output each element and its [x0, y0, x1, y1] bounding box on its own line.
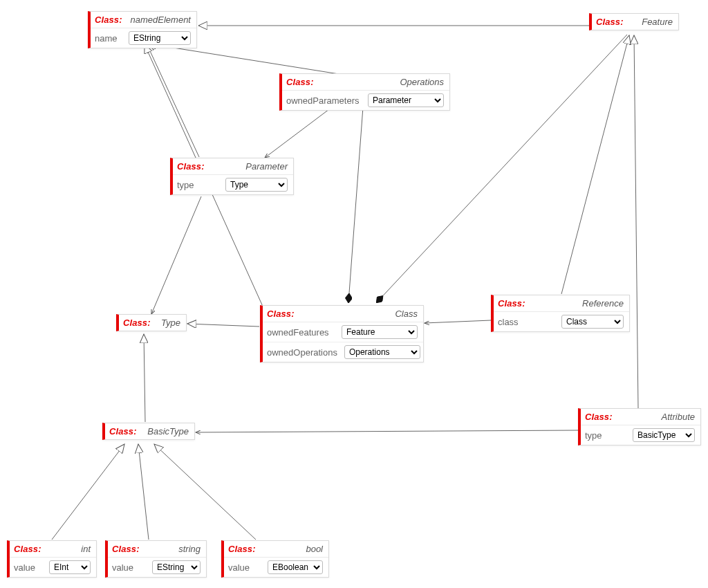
class-box-bool[interactable]: Class: bool value EBoolean: [221, 540, 329, 578]
svg-line-15: [138, 444, 149, 540]
attr-row: type BasicType: [581, 425, 700, 445]
attr-select[interactable]: EBoolean: [268, 560, 323, 574]
attr-name: class: [498, 317, 519, 327]
attr-name: value: [112, 562, 133, 573]
attr-select[interactable]: BasicType: [633, 428, 695, 442]
attr-select[interactable]: EString: [152, 560, 201, 574]
attr-row: class Class: [494, 312, 629, 331]
attr-row: type Type: [173, 175, 293, 194]
attr-name: value: [14, 562, 35, 573]
class-box-feature[interactable]: Class: Feature: [589, 13, 679, 30]
class-label: Class:: [177, 161, 205, 172]
svg-line-14: [52, 444, 124, 540]
class-name: int: [81, 544, 91, 554]
svg-line-5: [151, 196, 201, 314]
svg-line-13: [144, 334, 145, 422]
class-name: Reference: [582, 298, 624, 309]
class-name: Feature: [642, 17, 673, 27]
attr-row: value EInt: [10, 558, 96, 577]
class-label: Class:: [228, 544, 256, 554]
class-label: Class:: [596, 17, 624, 27]
class-title-row: Class: string: [108, 541, 206, 558]
attr-row: name EString: [91, 28, 196, 48]
class-box-class[interactable]: Class: Class ownedFeatures Feature owned…: [260, 305, 424, 362]
attr-row: value EBoolean: [224, 558, 328, 577]
class-name: BasicType: [147, 426, 189, 437]
class-name: string: [178, 544, 201, 554]
svg-line-9: [425, 320, 491, 323]
class-box-int[interactable]: Class: int value EInt: [7, 540, 97, 578]
class-box-string[interactable]: Class: string value EString: [105, 540, 207, 578]
class-box-basicType[interactable]: Class: BasicType: [102, 423, 195, 440]
class-title-row: Class: Operations: [282, 74, 449, 91]
class-label: Class:: [267, 309, 295, 319]
class-name: Type: [161, 318, 180, 328]
class-title-row: Class: Class: [263, 306, 423, 322]
class-title-row: Class: BasicType: [105, 423, 194, 439]
class-name: bool: [306, 544, 323, 554]
class-title-row: Class: Parameter: [173, 158, 293, 175]
attr-select[interactable]: Class: [561, 315, 624, 329]
class-name: namedElement: [131, 15, 191, 25]
class-box-parameter[interactable]: Class: Parameter type Type: [170, 158, 294, 195]
attr-name: type: [585, 430, 602, 441]
class-label: Class:: [109, 426, 137, 437]
svg-line-10: [561, 35, 629, 294]
class-label: Class:: [286, 77, 314, 87]
class-label: Class:: [112, 544, 140, 554]
attr-name: ownedParameters: [286, 95, 360, 106]
svg-line-2: [265, 107, 332, 158]
attr-select[interactable]: Operations: [344, 345, 420, 359]
attr-name: type: [177, 180, 194, 190]
class-label: Class:: [585, 412, 613, 422]
class-label: Class:: [95, 15, 122, 25]
attr-name: value: [228, 562, 250, 573]
svg-line-11: [634, 35, 638, 408]
class-box-operations[interactable]: Class: Operations ownedParameters Parame…: [279, 73, 450, 111]
attr-row: value EString: [108, 558, 206, 577]
class-name: Parameter: [245, 161, 288, 172]
attr-select[interactable]: EString: [129, 31, 191, 45]
attr-select[interactable]: Feature: [342, 325, 418, 339]
class-name: Operations: [400, 77, 444, 87]
attr-row: ownedOperations Operations: [263, 342, 423, 362]
class-label: Class:: [498, 298, 525, 309]
class-title-row: Class: Feature: [592, 14, 678, 30]
attr-name: ownedOperations: [267, 347, 337, 358]
attr-select[interactable]: Parameter: [368, 93, 444, 107]
svg-line-6: [147, 44, 199, 157]
class-title-row: Class: int: [10, 541, 96, 558]
attr-row: ownedFeatures Feature: [263, 322, 423, 342]
class-title-row: Class: namedElement: [91, 12, 196, 28]
class-box-reference[interactable]: Class: Reference class Class: [491, 295, 630, 332]
class-label: Class:: [14, 544, 41, 554]
attr-name: name: [95, 33, 118, 44]
class-box-attribute[interactable]: Class: Attribute type BasicType: [578, 408, 701, 445]
class-name: Attribute: [662, 412, 695, 422]
attr-select[interactable]: EInt: [49, 560, 91, 574]
class-label: Class:: [123, 318, 151, 328]
class-name: Class: [395, 309, 418, 319]
svg-line-12: [196, 430, 578, 432]
class-box-namedElement[interactable]: Class: namedElement name EString: [88, 11, 197, 48]
class-title-row: Class: Type: [119, 315, 186, 331]
attr-row: ownedParameters Parameter: [282, 91, 449, 110]
svg-line-16: [154, 444, 256, 540]
class-box-type[interactable]: Class: Type: [116, 314, 187, 331]
class-title-row: Class: Reference: [494, 295, 629, 312]
attr-name: ownedFeatures: [267, 327, 329, 338]
class-title-row: Class: bool: [224, 541, 328, 558]
attr-select[interactable]: Type: [225, 178, 288, 192]
class-title-row: Class: Attribute: [581, 409, 700, 425]
svg-line-7: [187, 324, 259, 327]
svg-line-3: [348, 107, 363, 302]
